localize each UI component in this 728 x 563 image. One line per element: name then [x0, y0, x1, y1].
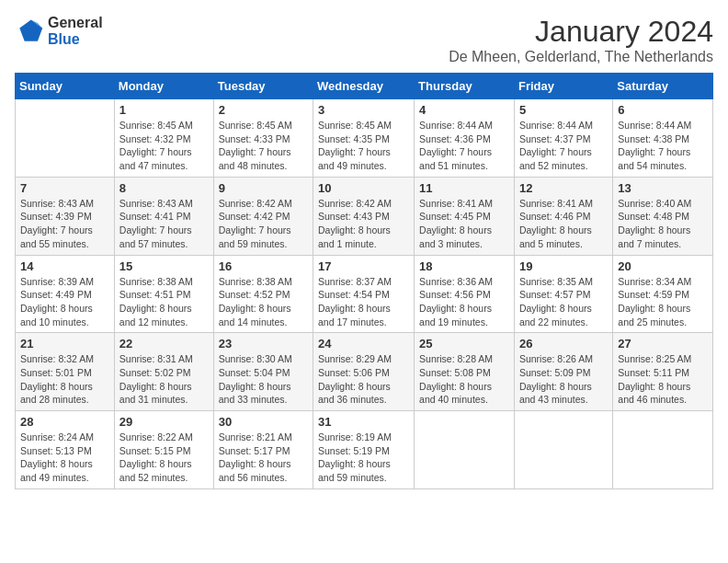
day-cell: 7Sunrise: 8:43 AMSunset: 4:39 PMDaylight… — [16, 177, 115, 255]
day-detail: Sunrise: 8:42 AMSunset: 4:42 PMDaylight:… — [219, 197, 308, 251]
logo: General Blue — [15, 15, 103, 47]
day-cell: 14Sunrise: 8:39 AMSunset: 4:49 PMDayligh… — [16, 255, 115, 333]
day-cell: 2Sunrise: 8:45 AMSunset: 4:33 PMDaylight… — [213, 99, 313, 178]
day-detail: Sunrise: 8:29 AMSunset: 5:06 PMDaylight:… — [318, 352, 409, 407]
day-number: 11 — [419, 181, 509, 195]
day-cell: 21Sunrise: 8:32 AMSunset: 5:01 PMDayligh… — [16, 333, 115, 411]
day-detail: Sunrise: 8:41 AMSunset: 4:45 PMDaylight:… — [419, 197, 509, 251]
day-number: 19 — [519, 259, 608, 273]
day-cell: 23Sunrise: 8:30 AMSunset: 5:04 PMDayligh… — [213, 333, 313, 411]
logo-text: General Blue — [48, 15, 103, 47]
day-number: 21 — [20, 337, 109, 350]
day-detail: Sunrise: 8:34 AMSunset: 4:59 PMDaylight:… — [618, 275, 708, 329]
day-detail: Sunrise: 8:44 AMSunset: 4:37 PMDaylight:… — [519, 119, 608, 173]
day-number: 6 — [618, 103, 708, 117]
header: General Blue January 2024 De Mheen, Geld… — [15, 15, 713, 65]
svg-marker-0 — [19, 19, 42, 40]
day-number: 31 — [318, 415, 409, 429]
day-detail: Sunrise: 8:42 AMSunset: 4:43 PMDaylight:… — [318, 197, 409, 251]
day-number: 1 — [119, 103, 209, 117]
day-number: 17 — [318, 259, 409, 273]
day-cell: 24Sunrise: 8:29 AMSunset: 5:06 PMDayligh… — [313, 333, 415, 411]
weekday-header-thursday: Thursday — [415, 74, 515, 99]
day-cell: 15Sunrise: 8:38 AMSunset: 4:51 PMDayligh… — [114, 255, 213, 333]
day-detail: Sunrise: 8:43 AMSunset: 4:39 PMDaylight:… — [20, 197, 109, 251]
weekday-header-sunday: Sunday — [16, 74, 115, 99]
day-number: 24 — [318, 337, 409, 350]
day-cell: 10Sunrise: 8:42 AMSunset: 4:43 PMDayligh… — [313, 177, 415, 255]
day-detail: Sunrise: 8:45 AMSunset: 4:32 PMDaylight:… — [119, 119, 209, 173]
calendar-table: SundayMondayTuesdayWednesdayThursdayFrid… — [15, 73, 713, 489]
day-detail: Sunrise: 8:45 AMSunset: 4:35 PMDaylight:… — [318, 119, 409, 173]
day-number: 16 — [219, 259, 308, 273]
day-number: 13 — [618, 181, 708, 195]
day-cell: 9Sunrise: 8:42 AMSunset: 4:42 PMDaylight… — [213, 177, 313, 255]
day-number: 27 — [618, 337, 708, 350]
day-detail: Sunrise: 8:44 AMSunset: 4:38 PMDaylight:… — [618, 119, 708, 173]
day-cell: 31Sunrise: 8:19 AMSunset: 5:19 PMDayligh… — [313, 411, 415, 489]
day-number: 4 — [419, 103, 509, 117]
day-cell: 30Sunrise: 8:21 AMSunset: 5:17 PMDayligh… — [213, 411, 313, 489]
day-number: 10 — [318, 181, 409, 195]
day-number: 12 — [519, 181, 608, 195]
day-number: 9 — [219, 181, 308, 195]
logo-icon — [15, 17, 44, 46]
day-detail: Sunrise: 8:45 AMSunset: 4:33 PMDaylight:… — [219, 119, 308, 173]
day-number: 25 — [419, 337, 509, 350]
subtitle: De Mheen, Gelderland, The Netherlands — [449, 49, 713, 65]
week-row-3: 14Sunrise: 8:39 AMSunset: 4:49 PMDayligh… — [16, 255, 713, 333]
week-row-2: 7Sunrise: 8:43 AMSunset: 4:39 PMDaylight… — [16, 177, 713, 255]
day-number: 22 — [119, 337, 209, 350]
day-cell: 4Sunrise: 8:44 AMSunset: 4:36 PMDaylight… — [415, 99, 515, 178]
day-detail: Sunrise: 8:37 AMSunset: 4:54 PMDaylight:… — [318, 275, 409, 329]
weekday-header-wednesday: Wednesday — [313, 74, 415, 99]
day-cell: 28Sunrise: 8:24 AMSunset: 5:13 PMDayligh… — [16, 411, 115, 489]
day-detail: Sunrise: 8:35 AMSunset: 4:57 PMDaylight:… — [519, 275, 608, 329]
day-cell: 5Sunrise: 8:44 AMSunset: 4:37 PMDaylight… — [514, 99, 612, 178]
day-number: 14 — [20, 259, 109, 273]
day-number: 2 — [219, 103, 308, 117]
day-cell: 27Sunrise: 8:25 AMSunset: 5:11 PMDayligh… — [613, 333, 713, 411]
day-detail: Sunrise: 8:40 AMSunset: 4:48 PMDaylight:… — [618, 197, 708, 251]
day-cell: 17Sunrise: 8:37 AMSunset: 4:54 PMDayligh… — [313, 255, 415, 333]
day-detail: Sunrise: 8:36 AMSunset: 4:56 PMDaylight:… — [419, 275, 509, 329]
day-cell: 29Sunrise: 8:22 AMSunset: 5:15 PMDayligh… — [114, 411, 213, 489]
week-row-1: 1Sunrise: 8:45 AMSunset: 4:32 PMDaylight… — [16, 99, 713, 178]
day-cell — [16, 99, 115, 178]
day-number: 5 — [519, 103, 608, 117]
day-cell: 3Sunrise: 8:45 AMSunset: 4:35 PMDaylight… — [313, 99, 415, 178]
day-number: 23 — [219, 337, 308, 350]
day-detail: Sunrise: 8:44 AMSunset: 4:36 PMDaylight:… — [419, 119, 509, 173]
day-cell: 20Sunrise: 8:34 AMSunset: 4:59 PMDayligh… — [613, 255, 713, 333]
day-cell: 25Sunrise: 8:28 AMSunset: 5:08 PMDayligh… — [415, 333, 515, 411]
weekday-header-saturday: Saturday — [613, 74, 713, 99]
day-detail: Sunrise: 8:41 AMSunset: 4:46 PMDaylight:… — [519, 197, 608, 251]
day-detail: Sunrise: 8:38 AMSunset: 4:51 PMDaylight:… — [119, 275, 209, 329]
day-cell: 26Sunrise: 8:26 AMSunset: 5:09 PMDayligh… — [514, 333, 612, 411]
day-cell: 6Sunrise: 8:44 AMSunset: 4:38 PMDaylight… — [613, 99, 713, 178]
main-title: January 2024 — [449, 15, 713, 49]
day-number: 3 — [318, 103, 409, 117]
day-number: 18 — [419, 259, 509, 273]
day-cell — [514, 411, 612, 489]
weekday-header-tuesday: Tuesday — [213, 74, 313, 99]
title-section: January 2024 De Mheen, Gelderland, The N… — [449, 15, 713, 65]
day-detail: Sunrise: 8:43 AMSunset: 4:41 PMDaylight:… — [119, 197, 209, 251]
day-detail: Sunrise: 8:26 AMSunset: 5:09 PMDaylight:… — [519, 352, 608, 407]
day-number: 28 — [20, 415, 109, 429]
day-cell: 8Sunrise: 8:43 AMSunset: 4:41 PMDaylight… — [114, 177, 213, 255]
day-detail: Sunrise: 8:38 AMSunset: 4:52 PMDaylight:… — [219, 275, 308, 329]
day-number: 7 — [20, 181, 109, 195]
day-detail: Sunrise: 8:19 AMSunset: 5:19 PMDaylight:… — [318, 431, 409, 485]
day-number: 29 — [119, 415, 209, 429]
day-detail: Sunrise: 8:32 AMSunset: 5:01 PMDaylight:… — [20, 352, 109, 407]
weekday-header-row: SundayMondayTuesdayWednesdayThursdayFrid… — [16, 74, 713, 99]
day-number: 8 — [119, 181, 209, 195]
day-detail: Sunrise: 8:22 AMSunset: 5:15 PMDaylight:… — [119, 431, 209, 485]
weekday-header-friday: Friday — [514, 74, 612, 99]
day-detail: Sunrise: 8:31 AMSunset: 5:02 PMDaylight:… — [119, 352, 209, 407]
day-cell: 16Sunrise: 8:38 AMSunset: 4:52 PMDayligh… — [213, 255, 313, 333]
day-detail: Sunrise: 8:25 AMSunset: 5:11 PMDaylight:… — [618, 352, 708, 407]
day-detail: Sunrise: 8:21 AMSunset: 5:17 PMDaylight:… — [219, 431, 308, 485]
day-number: 26 — [519, 337, 608, 350]
